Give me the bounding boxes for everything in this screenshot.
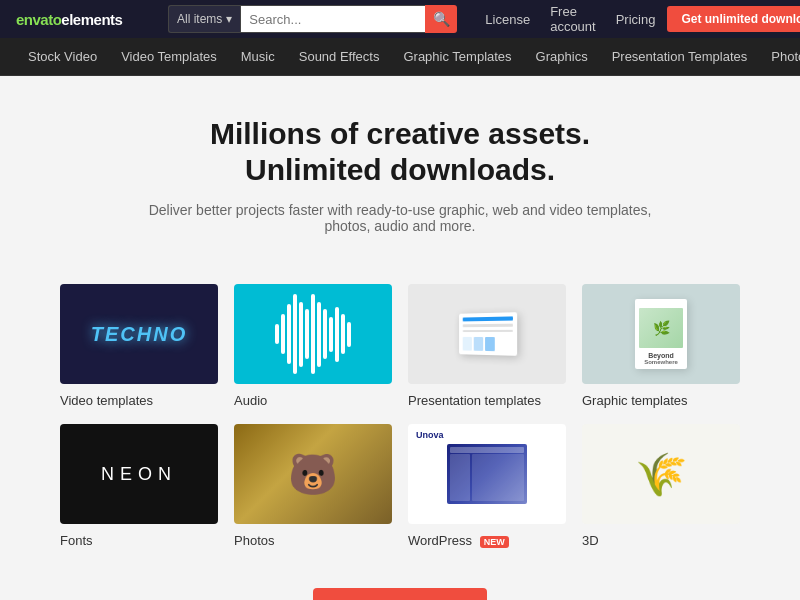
chevron-down-icon: ▾: [226, 12, 232, 26]
category-fonts[interactable]: NEON Fonts: [60, 424, 218, 548]
wave-bar-13: [347, 322, 351, 347]
logo[interactable]: envatoelements: [16, 11, 156, 28]
wave-bar-9: [323, 309, 327, 359]
video-thumb-text: TECHNO: [91, 323, 187, 346]
nav-presentation-templates[interactable]: Presentation Templates: [600, 38, 760, 76]
wave-bar-8: [317, 302, 321, 367]
search-category-label: All items: [177, 12, 222, 26]
hero-section: Millions of creative assets. Unlimited d…: [0, 76, 800, 264]
wave-bar-1: [275, 324, 279, 344]
wordpress-logo-text: Unova: [416, 430, 444, 440]
3d-plant-icon: 🌾: [635, 450, 687, 499]
nav-links: License Free account Pricing: [485, 4, 655, 34]
hero-heading: Millions of creative assets. Unlimited d…: [20, 116, 780, 188]
category-3d[interactable]: 🌾 3D: [582, 424, 740, 548]
license-link[interactable]: License: [485, 12, 530, 27]
hero-subtext: Deliver better projects faster with read…: [140, 202, 660, 234]
presentation-label: Presentation templates: [408, 393, 541, 408]
nav-music[interactable]: Music: [229, 38, 287, 76]
pricing-link[interactable]: Pricing: [616, 12, 656, 27]
presentation-card: [459, 312, 517, 356]
nav-graphics[interactable]: Graphics: [524, 38, 600, 76]
graphic-thumbnail: 🌿 Beyond Somewhere: [582, 284, 740, 384]
nav-video-templates[interactable]: Video Templates: [109, 38, 229, 76]
wave-bar-3: [287, 304, 291, 364]
3d-label: 3D: [582, 533, 599, 548]
wordpress-thumbnail: Unova: [408, 424, 566, 524]
video-templates-thumbnail: TECHNO: [60, 284, 218, 384]
wave-bar-2: [281, 314, 285, 354]
video-templates-label: Video templates: [60, 393, 153, 408]
3d-thumbnail: 🌾: [582, 424, 740, 524]
wave-bar-10: [329, 317, 333, 352]
wave-bar-4: [293, 294, 297, 374]
photos-label: Photos: [234, 533, 274, 548]
audio-label: Audio: [234, 393, 267, 408]
wave-bar-5: [299, 302, 303, 367]
audio-thumbnail: [234, 284, 392, 384]
categories-grid: TECHNO Video templates Audio: [60, 284, 740, 548]
category-navigation: Stock Video Video Templates Music Sound …: [0, 38, 800, 76]
see-all-area: See all categories: [0, 578, 800, 600]
graphic-templates-label: Graphic templates: [582, 393, 688, 408]
category-video-templates[interactable]: TECHNO Video templates: [60, 284, 218, 408]
category-photos[interactable]: 🐻 Photos: [234, 424, 392, 548]
bear-icon: 🐻: [288, 451, 338, 498]
photos-thumbnail: 🐻: [234, 424, 392, 524]
search-icon: 🔍: [433, 11, 450, 27]
wave-bar-12: [341, 314, 345, 354]
wave-bar-7: [311, 294, 315, 374]
top-navigation: envatoelements All items ▾ 🔍 License Fre…: [0, 0, 800, 38]
nav-stock-video[interactable]: Stock Video: [16, 38, 109, 76]
logo-elements: elements: [61, 11, 122, 28]
presentation-thumbnail: [408, 284, 566, 384]
get-unlimited-button[interactable]: Get unlimited downloads: [667, 6, 800, 32]
nav-sound-effects[interactable]: Sound Effects: [287, 38, 392, 76]
categories-section: TECHNO Video templates Audio: [0, 264, 800, 578]
see-all-categories-button[interactable]: See all categories: [313, 588, 487, 600]
search-category-select[interactable]: All items ▾: [168, 5, 240, 33]
category-presentation-templates[interactable]: Presentation templates: [408, 284, 566, 408]
category-wordpress[interactable]: Unova WordPress NEW: [408, 424, 566, 548]
search-input[interactable]: [240, 5, 425, 33]
fonts-thumbnail: NEON: [60, 424, 218, 524]
nav-photos[interactable]: Photos: [759, 38, 800, 76]
free-account-link[interactable]: Free account: [550, 4, 596, 34]
wordpress-mockup: [447, 444, 527, 504]
graphic-book: 🌿 Beyond Somewhere: [635, 299, 687, 369]
fonts-label: Fonts: [60, 533, 93, 548]
nav-graphic-templates[interactable]: Graphic Templates: [391, 38, 523, 76]
search-button[interactable]: 🔍: [425, 5, 457, 33]
logo-envato: envato: [16, 11, 61, 28]
wave-bar-6: [305, 309, 309, 359]
category-audio[interactable]: Audio: [234, 284, 392, 408]
category-graphic-templates[interactable]: 🌿 Beyond Somewhere Graphic templates: [582, 284, 740, 408]
search-area: All items ▾ 🔍: [168, 5, 457, 33]
wordpress-label: WordPress NEW: [408, 533, 509, 548]
logo-text: envatoelements: [16, 11, 122, 28]
wave-bar-11: [335, 307, 339, 362]
fonts-display-text: NEON: [101, 464, 177, 485]
new-badge: NEW: [480, 536, 509, 548]
